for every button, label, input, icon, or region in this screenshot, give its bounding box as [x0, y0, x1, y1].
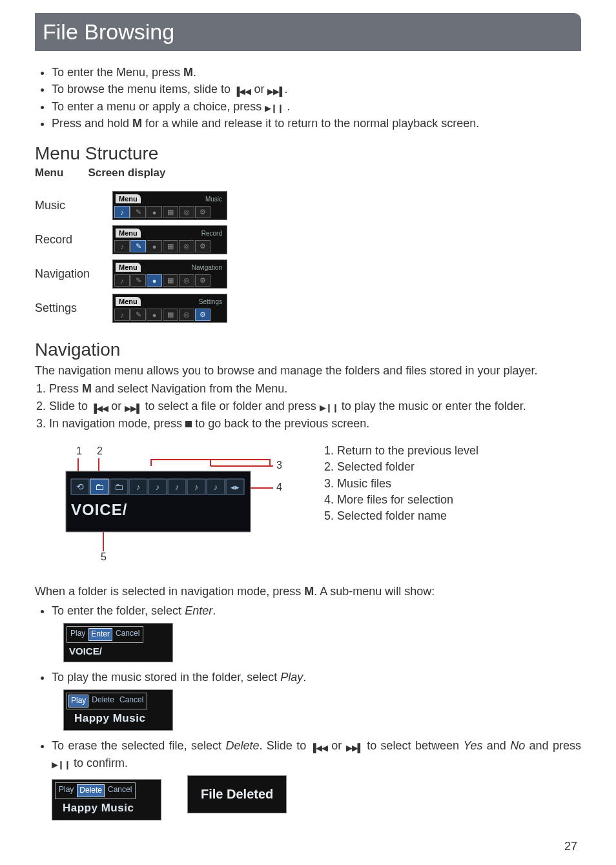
navigation-heading: Navigation [35, 340, 581, 360]
menu-row-label: Record [35, 225, 112, 254]
svg-text:VOICE/: VOICE/ [71, 501, 127, 518]
navigation-intro: The navigation menu allows you to browse… [35, 364, 581, 378]
nav-step: Press M and select Navigation from the M… [49, 380, 581, 398]
menu-structure-heading: Menu Structure [35, 143, 581, 164]
navigation-legend: Return to the previous levelSelected fol… [324, 443, 478, 524]
menu-row: NavigationMenuNavigation♪✎●▦◎⚙ [35, 260, 227, 289]
play-pause-icon: ▶❙❙ [265, 103, 283, 115]
menu-row-screen: MenuSettings♪✎●▦◎⚙ [112, 294, 227, 323]
nav-diagram-svg: 1 2 3 4 5 ⟲ 🗀 [57, 443, 289, 565]
device-submenu-screen: PlayDeleteCancelHappy Music [63, 689, 173, 731]
stop-icon [185, 421, 192, 427]
menu-row: RecordMenuRecord♪✎●▦◎⚙ [35, 225, 227, 254]
page-title: File Browsing [43, 19, 573, 45]
navigation-steps: Press M and select Navigation from the M… [35, 380, 581, 432]
legend-item: Return to the previous level [337, 443, 478, 459]
legend-item: More files for selection [337, 492, 478, 508]
intro-bullet: To enter the Menu, press M. [52, 64, 581, 81]
page-number: 27 [35, 840, 581, 853]
intro-bullets: To enter the Menu, press M. To browse th… [40, 64, 581, 132]
svg-text:🗀: 🗀 [114, 482, 123, 492]
intro-bullet: To enter a menu or apply a choice, press… [52, 98, 581, 115]
next-track-icon: ▶▶▌ [125, 402, 141, 415]
svg-text:◂▸: ◂▸ [231, 482, 240, 492]
svg-text:♪: ♪ [214, 482, 218, 492]
prev-track-icon: ▐◀◀ [311, 742, 327, 755]
prev-track-icon: ▐◀◀ [91, 402, 108, 415]
svg-text:♪: ♪ [156, 482, 160, 492]
prev-track-icon: ▐◀◀ [234, 86, 251, 98]
menu-row: SettingsMenuSettings♪✎●▦◎⚙ [35, 294, 227, 323]
menu-row-screen: MenuRecord♪✎●▦◎⚙ [112, 225, 227, 254]
device-submenu-screen: PlayEnterCancelVOICE/ [63, 623, 173, 662]
legend-item: Selected folder name [337, 508, 478, 524]
play-pause-icon: ▶❙❙ [52, 759, 70, 771]
navigation-diagram: 1 2 3 4 5 ⟲ 🗀 [57, 443, 289, 565]
svg-text:🗀: 🗀 [95, 482, 104, 492]
svg-text:♪: ♪ [175, 482, 180, 492]
legend-item: Music files [337, 476, 478, 492]
submenu-item: To enter the folder, select Enter.PlayEn… [52, 602, 581, 662]
intro-bullet: To browse the menu items, slide to ▐◀◀ o… [52, 81, 581, 98]
submenu-list: To enter the folder, select Enter.PlayEn… [35, 602, 581, 820]
callout-3: 3 [276, 460, 282, 471]
device-submenu-screen: PlayDeleteCancelHappy Music [52, 779, 161, 820]
submenu-item: To play the music stored in the folder, … [52, 669, 581, 731]
menu-row: MusicMenuMusic♪✎●▦◎⚙ [35, 191, 227, 220]
menu-row-label: Navigation [35, 260, 112, 289]
callout-5: 5 [101, 551, 107, 562]
svg-text:♪: ♪ [194, 482, 199, 492]
file-deleted-screen: File Deleted [187, 775, 287, 813]
legend-item: Selected folder [337, 459, 478, 475]
callout-2: 2 [97, 445, 103, 456]
submenu-item: To erase the selected file, select Delet… [52, 737, 581, 820]
menu-row-label: Settings [35, 294, 112, 323]
menu-structure-header: Menu Screen display [35, 167, 581, 179]
next-track-icon: ▶▶▌ [267, 86, 284, 98]
callout-4: 4 [276, 482, 282, 493]
page-title-bar: File Browsing [35, 13, 581, 51]
nav-step: Slide to ▐◀◀ or ▶▶▌ to select a file or … [49, 398, 581, 415]
menu-row-label: Music [35, 191, 112, 220]
intro-bullet: Press and hold M for a while and release… [52, 115, 581, 132]
menu-row-screen: MenuNavigation♪✎●▦◎⚙ [112, 260, 227, 289]
svg-text:♪: ♪ [136, 482, 141, 492]
menu-structure-table: MusicMenuMusic♪✎●▦◎⚙RecordMenuRecord♪✎●▦… [35, 186, 227, 328]
submenu-intro: When a folder is selected in navigation … [35, 585, 581, 598]
next-track-icon: ▶▶▌ [346, 742, 363, 755]
play-pause-icon: ▶❙❙ [320, 402, 338, 414]
callout-1: 1 [76, 445, 82, 456]
svg-text:⟲: ⟲ [76, 482, 84, 492]
nav-step: In navigation mode, press to go back to … [49, 415, 581, 432]
menu-row-screen: MenuMusic♪✎●▦◎⚙ [112, 191, 227, 220]
